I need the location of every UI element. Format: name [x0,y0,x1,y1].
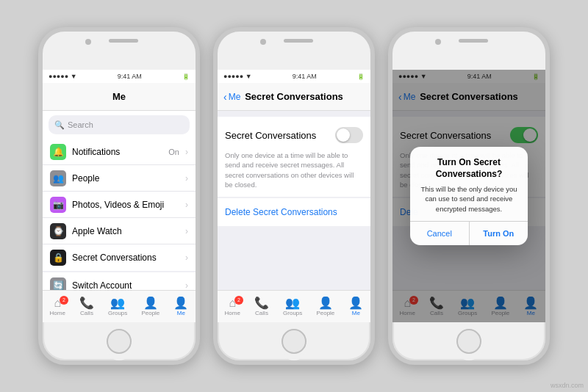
tab-me-2[interactable]: 👤 Me [348,297,363,316]
people-tab-icon-2: 👤 [318,297,333,309]
tab-home-2[interactable]: 2 ⌂ Home [225,297,240,316]
home-button-3[interactable] [456,329,481,354]
camera-2 [260,39,266,45]
me-label-1: Me [177,310,185,316]
settings-item-notifications[interactable]: 🔔 Notifications On › [43,139,196,165]
battery-1: 🔋 [182,73,190,80]
switch-icon: 🔄 [50,277,66,291]
tab-bar-1: 2 ⌂ Home 📞 Calls 👥 Groups 👤 People 👤 Me [43,290,196,322]
calls-icon-1: 📞 [79,297,94,309]
search-icon: 🔍 [54,120,65,130]
people-tab-icon-1: 👤 [143,297,158,309]
nav-back-2[interactable]: ‹ Me [223,91,240,103]
chevron-secret: › [185,253,188,263]
search-placeholder: Search [68,120,93,129]
mute-button [38,83,40,96]
phone-top [43,32,196,70]
home-label-1: Home [50,310,65,316]
mute-button-2 [213,83,215,96]
settings-section-2: 🔄 Switch Account › ⚠ Report a Problem › … [43,272,196,290]
phone-top-3 [392,32,545,70]
groups-icon-2: 👥 [285,297,300,309]
tab-groups-2[interactable]: 👥 Groups [283,297,302,316]
volume-up-button-3 [388,102,390,123]
dialog-message: This will be the only device you can use… [419,184,519,214]
dialog-title: Turn On Secret Conversations? [419,157,519,180]
conv-section-2: Secret Conversations Only one device at … [218,117,370,197]
me-icon-1: 👤 [173,297,188,309]
chevron-apple-watch: › [185,226,188,236]
settings-item-photos[interactable]: 📷 Photos, Videos & Emoji › [43,192,196,218]
secret-toggle-2[interactable] [335,127,363,143]
tab-me-1[interactable]: 👤 Me [173,297,188,316]
cancel-button[interactable]: Cancel [410,222,470,245]
volume-down-button [38,127,40,148]
time-1: 9:41 AM [118,73,142,80]
volume-up-button-2 [213,102,215,123]
secret-conv-content-2: Secret Conversations Only one device at … [218,111,370,290]
phone-top-2 [218,32,370,70]
mute-button-3 [388,83,390,96]
tab-people-2[interactable]: 👤 People [316,297,334,316]
screen-1: ●●●●● ▼ 9:41 AM 🔋 Me 🔍 Search 🔔 Notifica… [43,70,196,322]
settings-item-switch[interactable]: 🔄 Switch Account › [43,272,196,290]
volume-up-button [38,102,40,123]
settings-item-people[interactable]: 👥 People › [43,165,196,192]
phone-bottom-1 [107,322,132,360]
tab-people-1[interactable]: 👤 People [141,297,159,316]
apple-watch-label: Apple Watch [72,226,179,236]
notifications-label: Notifications [72,147,162,157]
phone-1: ●●●●● ▼ 9:41 AM 🔋 Me 🔍 Search 🔔 Notifica… [38,27,200,365]
dialog-body: Turn On Secret Conversations? This will … [410,147,528,221]
confirm-button[interactable]: Turn On [470,222,528,245]
chevron-switch: › [185,280,188,291]
toggle-thumb-2 [337,128,350,142]
speaker-3 [459,39,488,43]
photos-icon: 📷 [50,197,66,213]
settings-list: 🔔 Notifications On › 👥 People › 📷 Photos… [43,139,196,290]
time-2: 9:41 AM [293,73,317,80]
status-bar-1: ●●●●● ▼ 9:41 AM 🔋 [43,70,196,83]
people-tab-label-2: People [316,310,334,316]
photos-label: Photos, Videos & Emoji [72,200,179,210]
nav-bar-1: Me [43,83,196,111]
tab-home-1[interactable]: 2 ⌂ Home [50,297,65,316]
secret-label: Secret Conversations [72,253,179,263]
chevron-people: › [185,173,188,184]
home-button-1[interactable] [107,329,132,354]
phone-bottom-2 [282,322,306,360]
camera [85,39,91,45]
home-label-2: Home [225,310,240,316]
home-badge-2: 2 [234,296,243,305]
watermark: wsxdn.com [551,382,584,389]
me-icon-2: 👤 [348,297,363,309]
calls-icon-2: 📞 [254,297,269,309]
settings-item-apple-watch[interactable]: ⌚ Apple Watch › [43,218,196,244]
phone-bottom-3 [456,322,481,360]
speaker [109,39,138,43]
tab-bar-2: 2 ⌂ Home 📞 Calls 👥 Groups 👤 People 👤 Me [218,290,370,322]
home-button-2[interactable] [282,329,306,354]
back-arrow-2: ‹ [223,91,227,103]
tab-groups-1[interactable]: 👥 Groups [108,297,127,316]
phone-2: ●●●●● ▼ 9:41 AM 🔋 ‹ Me Secret Conversati… [213,27,375,365]
secret-icon: 🔒 [50,250,66,266]
nav-bar-2: ‹ Me Secret Conversations [218,83,370,111]
apple-watch-icon: ⌚ [50,223,66,239]
groups-label-1: Groups [108,310,127,316]
conv-desc-2: Only one device at a time will be able t… [225,150,363,189]
volume-down-button-3 [388,127,390,148]
notifications-icon: 🔔 [50,144,66,160]
search-bar[interactable]: 🔍 Search [49,115,190,134]
settings-section-1: 🔔 Notifications On › 👥 People › 📷 Photos… [43,139,196,271]
tab-calls-2[interactable]: 📞 Calls [254,297,269,316]
conv-toggle-row-2: Secret Conversations [225,124,363,146]
delete-link-2[interactable]: Delete Secret Conversations [225,200,363,225]
chevron-notifications: › [185,147,188,157]
people-tab-label-1: People [141,310,159,316]
groups-label-2: Groups [283,310,302,316]
settings-item-secret[interactable]: 🔒 Secret Conversations › [43,244,196,271]
alert-dialog: Turn On Secret Conversations? This will … [410,147,528,245]
nav-title-2: Secret Conversations [245,91,343,102]
tab-calls-1[interactable]: 📞 Calls [79,297,94,316]
